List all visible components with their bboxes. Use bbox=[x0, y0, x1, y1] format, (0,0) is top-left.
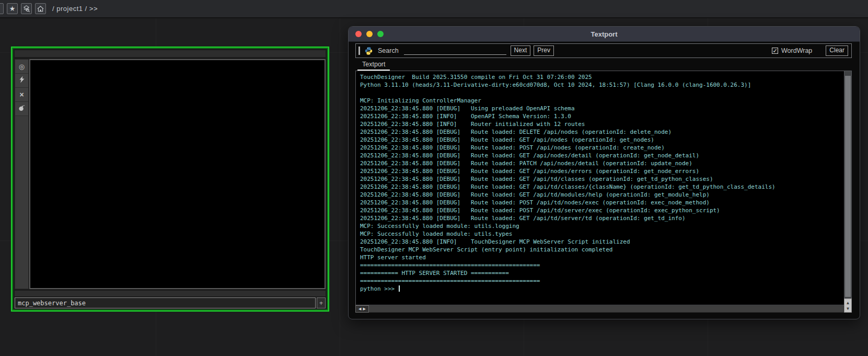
node-footer-strip bbox=[15, 291, 326, 296]
hscroll-arrow-buttons[interactable]: ◀ ▶ bbox=[355, 305, 369, 313]
close-flag-button[interactable]: × bbox=[15, 88, 28, 102]
vscroll-arrow-buttons[interactable]: ▲ ▼ bbox=[844, 298, 852, 313]
prev-button[interactable]: Prev bbox=[534, 45, 554, 55]
touchdesigner-screen: ★ / project1 / >> ◎ bbox=[0, 0, 868, 356]
drag-handle[interactable] bbox=[358, 47, 360, 55]
scroll-up-icon: ▲ bbox=[846, 300, 850, 306]
console-line: ========================================… bbox=[360, 277, 841, 285]
search-input[interactable] bbox=[404, 47, 506, 55]
scroll-right-icon: ▶ bbox=[363, 307, 366, 311]
text-cursor bbox=[399, 285, 400, 292]
python-prompt[interactable]: python >>> bbox=[360, 285, 841, 293]
horizontal-scrollbar[interactable]: ◀ ▶ bbox=[355, 305, 844, 313]
console-line: 20251206_22:38:45.880 [DEBUG] Route load… bbox=[360, 152, 841, 159]
bomb-icon bbox=[18, 104, 25, 113]
bypass-flag-button[interactable] bbox=[15, 102, 28, 116]
node-viewer[interactable] bbox=[29, 59, 326, 289]
console-line: ========================================… bbox=[360, 261, 841, 269]
close-x-icon: × bbox=[19, 91, 24, 98]
console-line: HTTP server started bbox=[360, 254, 841, 261]
console-line: 20251206_22:38:45.880 [DEBUG] Route load… bbox=[360, 191, 841, 199]
console-line: =========== HTTP SERVER STARTED ========… bbox=[360, 269, 841, 277]
textport-window: Textport Search Next Prev bbox=[348, 26, 860, 319]
scroll-left-icon: ◀ bbox=[358, 307, 361, 311]
console-line: 20251206_22:38:45.880 [DEBUG] Route load… bbox=[360, 144, 841, 152]
clear-button[interactable]: Clear bbox=[826, 45, 848, 55]
console-output[interactable]: TouchDesigner Build 2025.31550 compile o… bbox=[355, 71, 844, 305]
window-title: Textport bbox=[349, 30, 860, 38]
console-line: 20251206_22:38:45.880 [DEBUG] Route load… bbox=[360, 175, 841, 183]
star-icon: ★ bbox=[9, 5, 16, 13]
node-header-strip bbox=[15, 50, 326, 57]
search-label: Search bbox=[378, 47, 399, 54]
textport-tabbar: Textport bbox=[355, 58, 852, 71]
hscroll-track[interactable] bbox=[369, 305, 844, 313]
console-line: 20251206_22:38:45.880 [DEBUG] Route load… bbox=[360, 214, 841, 222]
console-line: MCP: Initializing ControllerManager bbox=[360, 97, 841, 105]
palette-search-icon bbox=[22, 5, 30, 13]
home-button[interactable] bbox=[35, 3, 46, 14]
console-line: 20251206_22:38:45.880 [DEBUG] Route load… bbox=[360, 183, 841, 191]
console-line: MCP: Successfully loaded module: utils.l… bbox=[360, 222, 841, 230]
node-name-field[interactable] bbox=[15, 297, 316, 308]
lightning-icon bbox=[19, 76, 25, 85]
node-flag-column: ◎ × bbox=[15, 59, 29, 289]
vertical-scrollbar[interactable] bbox=[844, 71, 852, 298]
palette-search-button[interactable] bbox=[21, 3, 32, 14]
console-line: TouchDesigner MCP WebServer Script (entr… bbox=[360, 246, 841, 254]
console-line: 20251206_22:38:45.880 [INFO] TouchDesign… bbox=[360, 238, 841, 246]
node-mcp-webserver-base[interactable]: ◎ × + bbox=[11, 47, 329, 312]
textport-search-toolbar: Search Next Prev ✓ WordWrap Clear bbox=[355, 43, 852, 58]
console-line: 20251206_22:38:45.880 [INFO] Router init… bbox=[360, 120, 841, 128]
console-line bbox=[360, 89, 841, 97]
next-button[interactable]: Next bbox=[511, 45, 531, 55]
console-line: 20251206_22:38:45.880 [INFO] OpenAPI Sch… bbox=[360, 112, 841, 120]
prompt-text: python >>> bbox=[360, 285, 398, 292]
python-icon bbox=[364, 47, 373, 55]
textport-titlebar[interactable]: Textport bbox=[349, 27, 860, 42]
star-button[interactable]: ★ bbox=[7, 3, 18, 14]
vscroll-thumb[interactable] bbox=[845, 76, 851, 297]
console-line: 20251206_22:38:45.880 [DEBUG] Route load… bbox=[360, 167, 841, 175]
plus-icon: + bbox=[319, 300, 323, 306]
render-flag-button[interactable] bbox=[15, 74, 28, 88]
console-line: MCP: Successfully loaded module: utils.t… bbox=[360, 230, 841, 238]
bullseye-icon: ◎ bbox=[19, 63, 25, 70]
scroll-down-icon: ▼ bbox=[846, 306, 850, 312]
console-line: 20251206_22:38:45.880 [DEBUG] Route load… bbox=[360, 199, 841, 206]
console-line: 20251206_22:38:45.880 [DEBUG] Route load… bbox=[360, 206, 841, 214]
check-icon: ✓ bbox=[772, 48, 777, 54]
console-line: Python 3.11.10 (heads/3.11-Derivative-di… bbox=[360, 81, 841, 89]
top-toolbar: ★ / project1 / >> bbox=[0, 0, 868, 18]
console-line: 20251206_22:38:45.880 [DEBUG] Route load… bbox=[360, 128, 841, 136]
home-icon bbox=[37, 5, 44, 13]
toolbar-button-partial[interactable] bbox=[0, 3, 4, 14]
viewer-flag-button[interactable]: ◎ bbox=[15, 60, 28, 74]
console-line: 20251206_22:38:45.880 [DEBUG] Route load… bbox=[360, 159, 841, 167]
console-line: 20251206_22:38:45.880 [DEBUG] Route load… bbox=[360, 136, 841, 144]
tab-textport[interactable]: Textport bbox=[357, 60, 390, 71]
wordwrap-checkbox[interactable]: ✓ bbox=[772, 48, 778, 54]
console-line: TouchDesigner Build 2025.31550 compile o… bbox=[360, 73, 841, 81]
wordwrap-label: WordWrap bbox=[781, 47, 812, 54]
expand-parameters-button[interactable]: + bbox=[317, 297, 326, 308]
breadcrumb[interactable]: / project1 / >> bbox=[52, 5, 98, 13]
console-line: 20251206_22:38:45.880 [DEBUG] Using prel… bbox=[360, 105, 841, 112]
